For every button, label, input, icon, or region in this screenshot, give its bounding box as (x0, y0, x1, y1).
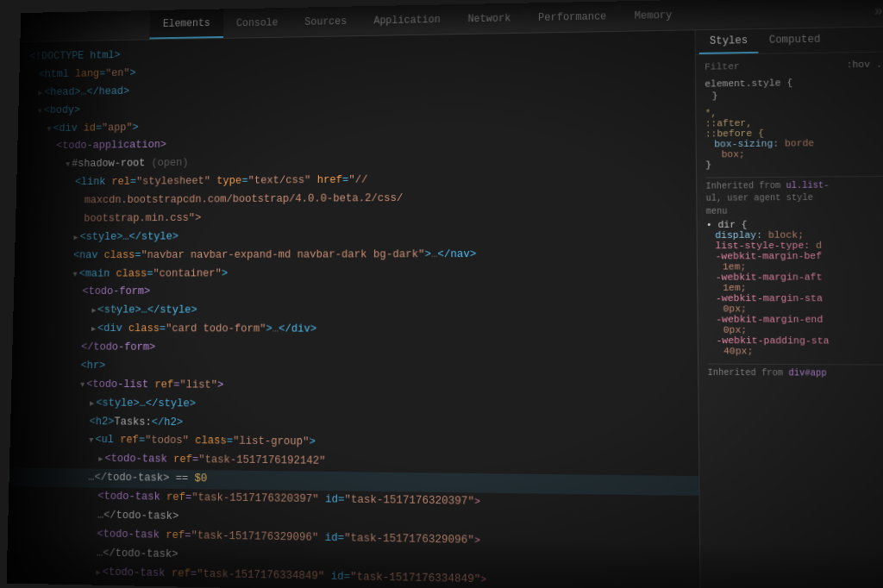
element-style-selector: element.style { (705, 77, 882, 90)
tab-console[interactable]: Console (223, 8, 292, 38)
webkit-40px: 40px; (707, 346, 883, 357)
style-toggle[interactable] (73, 234, 78, 242)
card-div-collapsed[interactable]: <div class="card todo-form">…</div> (22, 320, 686, 341)
right-section: » (874, 0, 883, 28)
devtools-window: Elements Console Sources Application Net… (7, 0, 883, 588)
inherited-source: ul.list- (786, 181, 829, 191)
main-content: ··· <!DOCTYPE html> <html lang="en"> <he… (7, 27, 883, 588)
universal-close: } (705, 159, 883, 171)
webkit-margin-aft: -webkit-margin-aft (706, 272, 883, 282)
todo-form-open: <todo-form> (23, 283, 686, 302)
dir-rule: • dir { display: block; list-style-type:… (706, 219, 883, 357)
universal-rule: *, ::after, ::before { box-sizing: borde… (705, 106, 883, 171)
inherited-source-2: div#app (788, 368, 826, 378)
webkit-margin-sta: -webkit-margin-sta (707, 293, 883, 303)
webkit-0px-1: 0px; (707, 303, 883, 314)
tab-computed[interactable]: Computed (758, 28, 831, 53)
dir-selector: • dir { (706, 219, 883, 230)
webkit-margin-bef: -webkit-margin-bef (706, 251, 883, 262)
filter-pseudo: :hov . (846, 59, 882, 71)
style-collapsed[interactable]: <style>…</style> (25, 226, 686, 247)
element-style-rule: element.style { } (705, 77, 882, 102)
ul-toggle[interactable] (89, 436, 93, 445)
head-toggle[interactable] (38, 89, 42, 97)
list-style-prop: list-style-type: d (706, 240, 883, 251)
display-prop: display: block; (706, 229, 883, 241)
webkit-0px-2: 0px; (707, 325, 883, 336)
inherited-label: Inherited from ul.list- (705, 176, 883, 191)
tab-elements[interactable]: Elements (149, 9, 223, 39)
webkit-1em-1: 1em; (706, 261, 883, 272)
body-toggle[interactable] (38, 107, 42, 116)
main-line: <main class="container"> (24, 264, 686, 284)
todo-form-close: </todo-form> (22, 339, 687, 360)
nav-line: <nav class="navbar navbar-expand-md navb… (24, 245, 686, 266)
task4-toggle[interactable] (96, 568, 100, 577)
element-style-close: } (705, 89, 882, 102)
shadow-toggle[interactable] (66, 161, 70, 170)
task1-toggle[interactable] (98, 455, 103, 464)
card-div-toggle[interactable] (91, 325, 96, 334)
tab-sources[interactable]: Sources (291, 6, 360, 36)
styles-panel: Styles Computed Filter :hov . element.st… (694, 27, 883, 588)
more-tabs-icon[interactable]: » (874, 3, 883, 19)
webkit-1em-2: 1em; (707, 283, 883, 293)
tab-styles[interactable]: Styles (699, 29, 759, 54)
tab-network[interactable]: Network (454, 3, 525, 34)
filter-row: Filter :hov . (705, 59, 882, 72)
styles-content: Filter :hov . element.style { } *, ::aft… (696, 52, 883, 588)
styles-tab-row: Styles Computed (696, 27, 883, 55)
div-app-toggle[interactable] (47, 125, 51, 134)
tab-application[interactable]: Application (360, 4, 454, 35)
inherited-agent: ul, user agent style (706, 192, 883, 203)
main-toggle[interactable] (72, 270, 77, 278)
tab-memory[interactable]: Memory (620, 0, 686, 31)
style3-toggle[interactable] (90, 399, 94, 408)
tab-performance[interactable]: Performance (524, 1, 620, 32)
todo-list-toggle[interactable] (80, 381, 85, 390)
inherited-label-2: Inherited from div#app (707, 364, 883, 379)
inherited-menu: menu (706, 206, 883, 216)
style2-collapsed[interactable]: <style>…</style> (23, 302, 687, 322)
left-edge-dots: ··· (95, 299, 121, 320)
filter-label: Filter (705, 61, 740, 72)
webkit-padding-sta: -webkit-padding-sta (707, 335, 883, 347)
dom-panel: ··· <!DOCTYPE html> <html lang="en"> <he… (7, 30, 700, 588)
webkit-margin-end: -webkit-margin-end (707, 314, 883, 325)
